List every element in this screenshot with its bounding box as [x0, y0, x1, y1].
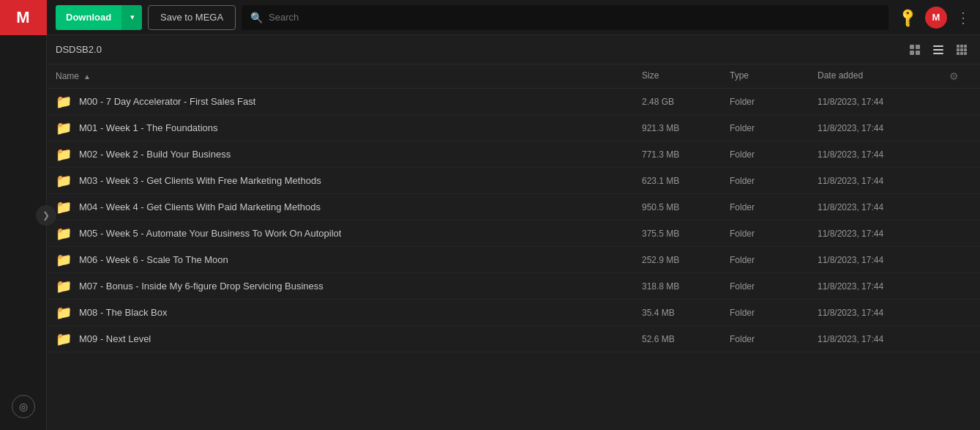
search-bar: 🔍: [242, 5, 889, 30]
more-options-icon[interactable]: ⋮: [956, 9, 971, 26]
svg-rect-15: [964, 52, 967, 55]
grid-view-button[interactable]: [952, 40, 971, 59]
row-name-cell: 📁 M05 - Week 5 - Automate Your Business …: [56, 226, 642, 242]
svg-rect-9: [964, 45, 967, 48]
row-label: M01 - Week 1 - The Foundations: [79, 122, 218, 133]
row-type: Folder: [730, 176, 818, 186]
row-date: 11/8/2023, 17:44: [818, 202, 949, 212]
table-row[interactable]: 📁 M01 - Week 1 - The Foundations 921.3 M…: [47, 115, 980, 141]
breadcrumb-bar: DSDSB2.0: [47, 35, 980, 64]
row-name-cell: 📁 M09 - Next Level: [56, 331, 642, 347]
folder-icon: 📁: [56, 331, 72, 347]
svg-rect-11: [960, 48, 963, 51]
main-content: Download ▾ Save to MEGA 🔍 🔑 M ⋮ DSDSB2.0: [47, 0, 980, 430]
table-row[interactable]: 📁 M03 - Week 3 - Get Clients With Free M…: [47, 168, 980, 194]
row-type: Folder: [730, 97, 818, 107]
folder-icon: 📁: [56, 94, 72, 110]
row-date: 11/8/2023, 17:44: [818, 176, 949, 186]
search-input[interactable]: [269, 12, 880, 23]
folder-icon: 📁: [56, 147, 72, 163]
table-row[interactable]: 📁 M07 - Bonus - Inside My 6-figure Drop …: [47, 273, 980, 300]
row-size: 252.9 MB: [642, 255, 730, 265]
sidebar: M ❯ ◎: [0, 0, 47, 430]
column-size: Size: [642, 70, 730, 82]
row-size: 2.48 GB: [642, 97, 730, 107]
row-name-cell: 📁 M04 - Week 4 - Get Clients With Paid M…: [56, 199, 642, 215]
table-row[interactable]: 📁 M08 - The Black Box 35.4 MB Folder 11/…: [47, 300, 980, 326]
transfer-manager-icon[interactable]: ◎: [12, 395, 35, 418]
row-date: 11/8/2023, 17:44: [818, 123, 949, 133]
table-row[interactable]: 📁 M09 - Next Level 52.6 MB Folder 11/8/2…: [47, 326, 980, 352]
row-date: 11/8/2023, 17:44: [818, 229, 949, 239]
row-date: 11/8/2023, 17:44: [818, 255, 949, 265]
folder-icon: 📁: [56, 305, 72, 321]
svg-rect-12: [964, 48, 967, 51]
table-body: 📁 M00 - 7 Day Accelerator - First Sales …: [47, 89, 980, 352]
row-size: 921.3 MB: [642, 123, 730, 133]
row-size: 318.8 MB: [642, 281, 730, 292]
row-size: 623.1 MB: [642, 176, 730, 186]
row-type: Folder: [730, 149, 818, 160]
row-label: M05 - Week 5 - Automate Your Business To…: [79, 228, 341, 239]
sidebar-toggle-button[interactable]: ❯: [36, 205, 56, 226]
row-type: Folder: [730, 202, 818, 212]
row-type: Folder: [730, 123, 818, 133]
row-type: Folder: [730, 229, 818, 239]
view-toggle-group: [905, 40, 971, 59]
svg-rect-13: [957, 52, 960, 55]
save-to-mega-button[interactable]: Save to MEGA: [148, 5, 236, 30]
svg-rect-10: [957, 48, 960, 51]
row-label: M06 - Week 6 - Scale To The Moon: [79, 254, 228, 265]
folder-icon: 📁: [56, 199, 72, 215]
user-avatar[interactable]: M: [925, 7, 947, 29]
mega-logo[interactable]: M: [0, 0, 47, 35]
row-type: Folder: [730, 281, 818, 292]
row-name-cell: 📁 M01 - Week 1 - The Foundations: [56, 120, 642, 136]
folder-icon: 📁: [56, 120, 72, 136]
svg-rect-8: [960, 45, 963, 48]
row-date: 11/8/2023, 17:44: [818, 281, 949, 292]
svg-rect-0: [910, 45, 914, 49]
key-icon[interactable]: 🔑: [897, 6, 919, 29]
svg-rect-7: [957, 45, 960, 48]
table-row[interactable]: 📁 M05 - Week 5 - Automate Your Business …: [47, 220, 980, 247]
table-row[interactable]: 📁 M06 - Week 6 - Scale To The Moon 252.9…: [47, 247, 980, 273]
sidebar-bottom: ◎: [12, 395, 35, 418]
row-size: 35.4 MB: [642, 308, 730, 318]
topbar-right: 🔑 M ⋮: [900, 7, 971, 29]
svg-rect-6: [933, 53, 943, 54]
table-row[interactable]: 📁 M02 - Week 2 - Build Your Business 771…: [47, 141, 980, 168]
row-size: 950.5 MB: [642, 202, 730, 212]
svg-rect-4: [933, 45, 943, 47]
row-date: 11/8/2023, 17:44: [818, 334, 949, 344]
chevron-down-icon: ▾: [130, 12, 135, 22]
logo-letter: M: [16, 8, 29, 27]
folder-icon: 📁: [56, 252, 72, 268]
svg-rect-5: [933, 49, 943, 51]
svg-rect-14: [960, 52, 963, 55]
row-size: 52.6 MB: [642, 334, 730, 344]
topbar: Download ▾ Save to MEGA 🔍 🔑 M ⋮: [47, 0, 980, 35]
row-label: M02 - Week 2 - Build Your Business: [79, 149, 231, 160]
image-view-button[interactable]: [905, 40, 924, 59]
download-dropdown-arrow[interactable]: ▾: [121, 5, 142, 30]
svg-rect-3: [916, 51, 920, 55]
row-label: M08 - The Black Box: [79, 307, 167, 318]
svg-rect-1: [916, 45, 920, 49]
list-view-button[interactable]: [929, 40, 948, 59]
download-button-group[interactable]: Download ▾: [56, 5, 142, 30]
chevron-right-icon: ❯: [42, 210, 50, 220]
table-row[interactable]: 📁 M04 - Week 4 - Get Clients With Paid M…: [47, 194, 980, 220]
row-date: 11/8/2023, 17:44: [818, 308, 949, 318]
row-name-cell: 📁 M08 - The Black Box: [56, 305, 642, 321]
sort-icon[interactable]: ▲: [83, 73, 91, 81]
row-type: Folder: [730, 255, 818, 265]
row-label: M09 - Next Level: [79, 333, 151, 344]
table-row[interactable]: 📁 M00 - 7 Day Accelerator - First Sales …: [47, 89, 980, 115]
row-label: M00 - 7 Day Accelerator - First Sales Fa…: [79, 96, 255, 107]
column-name: Name ▲: [56, 70, 642, 82]
download-button[interactable]: Download: [56, 5, 121, 30]
table-settings-icon[interactable]: ⚙: [949, 70, 971, 82]
row-size: 771.3 MB: [642, 149, 730, 160]
row-name-cell: 📁 M06 - Week 6 - Scale To The Moon: [56, 252, 642, 268]
